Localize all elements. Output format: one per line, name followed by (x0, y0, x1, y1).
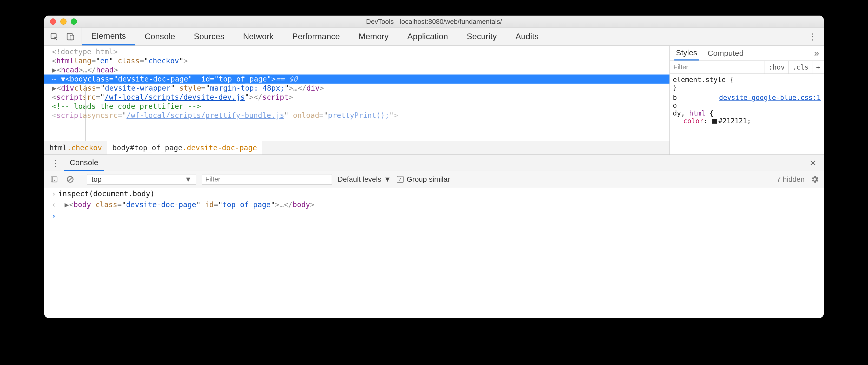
rule-element-style[interactable]: element.style { } (673, 75, 821, 93)
styles-tabs: Styles Computed » (670, 46, 824, 61)
prompt-chevron-icon: › (50, 211, 58, 220)
styles-rules: element.style { } b devsite-google-blue.… (670, 74, 824, 128)
crumb-body[interactable]: body#top_of_page.devsite-doc-page (107, 141, 262, 155)
tab-network[interactable]: Network (234, 28, 283, 45)
tab-security[interactable]: Security (457, 28, 506, 45)
show-console-sidebar-icon[interactable] (49, 174, 59, 185)
dom-line-html[interactable]: <html lang="en" class="checkov"> (50, 56, 670, 65)
console-settings-icon[interactable] (810, 175, 819, 184)
clear-console-icon[interactable] (65, 174, 75, 185)
titlebar: DevTools - localhost:8080/web/fundamenta… (44, 15, 824, 28)
drawer-tabs: ⋮ Console ✕ (44, 155, 824, 171)
rule-header: b devsite-google-blue.css:1 (673, 94, 821, 101)
rule-selector: dy, html { (673, 109, 821, 117)
tab-label: Network (243, 32, 273, 41)
chevron-down-icon: ▼ (384, 175, 391, 184)
rule-header-2: o (673, 101, 821, 109)
tab-label: Application (407, 32, 448, 41)
console-output[interactable]: › inspect(document.body) ‹ ▶ <body class… (44, 188, 824, 318)
drawer-close-icon[interactable]: ✕ (805, 158, 821, 168)
dom-tree[interactable]: <!doctype html> <html lang="en" class="c… (44, 46, 670, 155)
rule-prop[interactable]: color: #212121; (673, 117, 821, 125)
tab-label: Styles (676, 48, 697, 57)
tab-label: Computed (708, 49, 744, 58)
inspect-element-icon[interactable] (50, 32, 59, 41)
svg-rect-2 (70, 35, 74, 40)
drawer-tab-console[interactable]: Console (64, 155, 104, 171)
dom-line-script1[interactable]: <script src="/wf-local/scripts/devsite-d… (50, 93, 670, 102)
tab-label: Memory (359, 32, 389, 41)
expand-icon[interactable]: ▶ (64, 200, 69, 209)
output-chevron-icon: ‹ (50, 200, 58, 209)
hov-toggle[interactable]: :hov (765, 61, 788, 73)
dom-line-div-wrapper[interactable]: ▶<div class="devsite-wrapper" style="mar… (50, 84, 670, 93)
console-toolbar: top ▼ Default levels ▼ Group similar 7 h… (44, 171, 824, 188)
kebab-menu-icon[interactable]: ⋮ (808, 31, 817, 42)
tab-label: Sources (194, 32, 224, 41)
dom-line-head[interactable]: ▶<head>…</head> (50, 65, 670, 74)
group-similar-label: Group similar (407, 175, 450, 184)
tab-console[interactable]: Console (135, 28, 184, 45)
tab-label: Console (145, 32, 175, 41)
styles-filter-input[interactable] (670, 63, 765, 71)
main-tabs: Elements Console Sources Network Perform… (44, 28, 824, 46)
breadcrumb: html.checkov body#top_of_page.devsite-do… (44, 141, 670, 155)
device-toolbar-icon[interactable] (66, 32, 75, 41)
group-similar-toggle[interactable]: Group similar (397, 175, 450, 184)
tab-label: Console (70, 158, 98, 167)
add-rule-button[interactable]: + (812, 61, 824, 73)
window-title: DevTools - localhost:8080/web/fundamenta… (44, 18, 824, 26)
rule-source-link[interactable]: devsite-google-blue.css:1 (719, 94, 821, 101)
cls-toggle[interactable]: .cls (788, 61, 812, 73)
checkbox-icon (397, 176, 404, 183)
tab-label: Performance (292, 32, 340, 41)
hidden-count[interactable]: 7 hidden (777, 175, 805, 184)
console-filter-input[interactable] (202, 174, 332, 185)
levels-select[interactable]: Default levels ▼ (338, 175, 391, 184)
devtools-window: DevTools - localhost:8080/web/fundamenta… (44, 15, 824, 318)
crumb-html[interactable]: html.checkov (44, 141, 107, 155)
color-swatch-icon[interactable] (712, 119, 717, 124)
tab-label: Elements (91, 31, 126, 41)
rule-close: } (673, 84, 821, 91)
more-tabs-icon[interactable]: » (814, 48, 819, 58)
console-input-line[interactable]: › inspect(document.body) (44, 189, 824, 199)
drawer-menu-icon[interactable]: ⋮ (47, 158, 64, 168)
dom-line-doctype[interactable]: <!doctype html> (50, 47, 670, 56)
tab-elements[interactable]: Elements (82, 28, 135, 45)
tab-styles[interactable]: Styles (674, 46, 699, 61)
console-command: inspect(document.body) (58, 190, 155, 198)
tab-memory[interactable]: Memory (349, 28, 398, 45)
rule-body-html[interactable]: b devsite-google-blue.css:1 o dy, html {… (673, 93, 821, 126)
dom-line-body-selected[interactable]: ⋯ ▼<body class="devsite-doc-page" id="to… (44, 74, 670, 84)
tab-audits[interactable]: Audits (506, 28, 548, 45)
console-prompt[interactable]: › (44, 210, 824, 221)
console-output-line[interactable]: ‹ ▶ <body class="devsite-doc-page" id="t… (44, 199, 824, 210)
tab-computed[interactable]: Computed (706, 46, 745, 61)
context-select[interactable]: top ▼ (87, 174, 196, 185)
tab-label: Security (467, 32, 497, 41)
chevron-down-icon: ▼ (185, 175, 192, 184)
tab-performance[interactable]: Performance (283, 28, 349, 45)
elements-panel: <!doctype html> <html lang="en" class="c… (44, 46, 824, 155)
rule-selector: element.style { (673, 76, 821, 84)
input-chevron-icon: › (50, 190, 58, 198)
console-drawer: ⋮ Console ✕ top ▼ Default levels (44, 155, 824, 318)
tab-application[interactable]: Application (398, 28, 457, 45)
context-value: top (91, 175, 102, 184)
styles-sidebar: Styles Computed » :hov .cls + element.st… (670, 46, 824, 155)
styles-filter-row: :hov .cls + (670, 61, 824, 74)
dom-line-script2-cut[interactable]: <script async src="/wf-local/scripts/pre… (50, 111, 670, 120)
dom-line-comment[interactable]: <!-- loads the code prettifier --> (50, 102, 670, 111)
levels-label: Default levels (338, 175, 381, 184)
tab-label: Audits (515, 32, 538, 41)
tab-sources[interactable]: Sources (185, 28, 234, 45)
